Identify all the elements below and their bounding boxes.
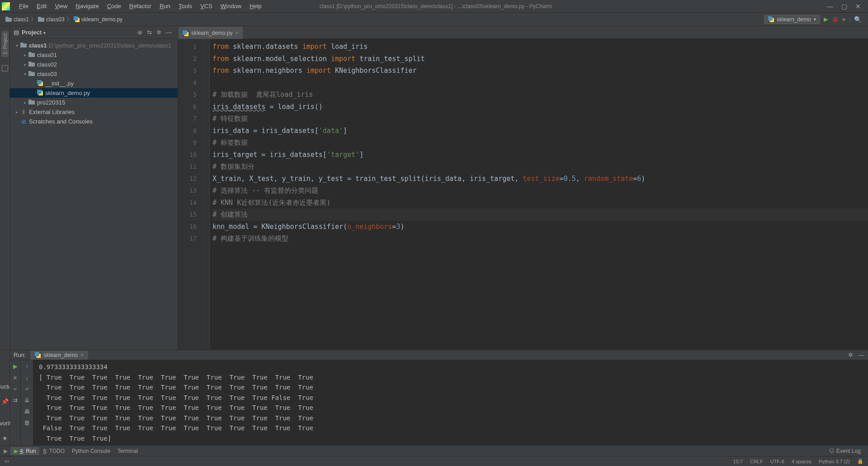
editor-tab[interactable]: sklearn_demo.py × — [178, 27, 243, 39]
code-line[interactable]: iris_target = iris_datasets['target'] — [212, 149, 868, 161]
project-tool-tab[interactable]: 1: Project — [1, 31, 9, 57]
tree-label: External Libraries — [29, 109, 75, 115]
menu-vcs[interactable]: VCS — [197, 1, 216, 11]
python-interpreter[interactable]: Python 3.7 (2) — [819, 459, 850, 464]
rerun-button[interactable]: ▶ — [13, 363, 18, 370]
code-line[interactable]: # 标签数据 — [212, 137, 868, 149]
tree-row[interactable]: ▸⫴External Libraries — [10, 107, 178, 117]
run-tab[interactable]: sklearn_demo × — [30, 351, 88, 360]
line-separator[interactable]: CRLF — [750, 459, 763, 464]
stop-button[interactable]: ■ — [842, 16, 845, 23]
menu-help[interactable]: Help — [246, 1, 265, 11]
code-line[interactable]: # 数据集划分 — [212, 161, 868, 173]
code-line[interactable]: # 特征数据 — [212, 113, 868, 125]
run-output[interactable]: 0.9733333333333334 [ True True True True… — [33, 360, 868, 445]
trash-icon[interactable]: 🗑 — [24, 419, 30, 426]
tree-row[interactable]: sklearn_demo.py — [10, 88, 178, 98]
tree-row[interactable]: ▸pro220315 — [10, 98, 178, 107]
close-tab-button[interactable]: × — [235, 30, 238, 36]
hide-run-panel-button[interactable]: — — [859, 352, 864, 358]
menu-navigate[interactable]: Navigate — [72, 1, 102, 11]
bottom-tool-terminal[interactable]: Terminal — [114, 447, 142, 455]
project-tree[interactable]: ▾class1D:\python_pro_omo220315\class_dem… — [10, 39, 178, 128]
expand-toggle[interactable]: ▾ — [22, 71, 28, 76]
tree-row[interactable]: ▸class02 — [10, 60, 178, 69]
code-line[interactable]: iris_datasets = load_iris() — [212, 101, 868, 113]
tree-label: __init__.py — [45, 80, 74, 87]
tree-row[interactable]: ▸class01 — [10, 50, 178, 60]
collapse-icon[interactable]: ⇆ — [145, 29, 154, 36]
minimize-button[interactable]: — — [827, 3, 833, 10]
menu-file[interactable]: File — [15, 1, 32, 11]
breadcrumb-item[interactable]: class03 — [36, 16, 66, 23]
menu-view[interactable]: View — [51, 1, 71, 11]
file-encoding[interactable]: UTF-8 — [770, 459, 784, 464]
tree-label: sklearn_demo.py — [45, 90, 90, 96]
locate-icon[interactable]: ⊕ — [135, 29, 145, 36]
code-line[interactable]: from sklearn.model_selection import trai… — [212, 53, 868, 65]
tree-row[interactable]: ⊘Scratches and Consoles — [10, 117, 178, 126]
filter-icon[interactable]: ⇉ — [13, 397, 18, 404]
code-line[interactable]: # 构建基于训练集的模型 — [212, 233, 868, 245]
layout-icon[interactable]: ⫟ — [12, 385, 18, 392]
settings-icon[interactable]: ✲ — [154, 29, 164, 36]
status-left[interactable]: ▭ — [5, 458, 9, 464]
hide-panel-button[interactable]: — — [164, 29, 174, 36]
menu-window[interactable]: Window — [217, 1, 245, 11]
tree-label: class1 — [29, 42, 47, 49]
stop-run-button[interactable]: ■ — [14, 374, 17, 381]
expand-toggle[interactable]: ▸ — [22, 62, 28, 67]
event-log-button[interactable]: 🗨 Event Log — [826, 447, 864, 455]
code-content[interactable]: from sklearn.datasets import load_irisfr… — [210, 39, 868, 350]
code-line[interactable]: # KNN K近邻算法(近朱者赤近墨者黑) — [212, 197, 868, 209]
expand-toggle[interactable]: ▸ — [22, 100, 28, 105]
menu-code[interactable]: Code — [104, 1, 125, 11]
code-editor[interactable]: 1234567891011121314151617 from sklearn.d… — [178, 39, 868, 350]
tree-row[interactable]: ▾class1D:\python_pro_omo220315\class_dem… — [10, 41, 178, 50]
print-icon[interactable]: 🖶 — [24, 408, 30, 415]
expand-toggle[interactable]: ▸ — [14, 109, 20, 114]
tree-row[interactable]: __init__.py — [10, 79, 178, 88]
code-line[interactable]: from sklearn.neighbors import KNeighbors… — [212, 65, 868, 77]
pin-icon[interactable]: 📌 — [1, 398, 9, 405]
menu-run[interactable]: Run — [156, 1, 174, 11]
bottom-tool-python-console[interactable]: Python Console — [68, 447, 114, 455]
readonly-lock-icon[interactable] — [857, 458, 863, 464]
code-line[interactable] — [212, 77, 868, 89]
bottom-tool-4-run[interactable]: ▶ 4: Run — [10, 447, 39, 455]
star-icon[interactable]: ★ — [2, 435, 8, 442]
run-settings-icon[interactable]: ✲ — [848, 352, 853, 358]
tool-icon[interactable] — [2, 65, 8, 71]
code-line[interactable]: X_train, X_test, y_train, y_test = train… — [212, 173, 868, 185]
code-line[interactable]: # 加载数据 鸢尾花load_iris — [212, 89, 868, 101]
scroll-icon[interactable]: ⇊ — [24, 397, 29, 404]
run-button[interactable]: ▶ — [824, 16, 828, 23]
project-panel-title[interactable]: Project ▾ — [22, 29, 135, 36]
menu-refactor[interactable]: Refactor — [126, 1, 155, 11]
expand-toggle[interactable]: ▾ — [14, 43, 20, 48]
search-everywhere-button[interactable]: 🔍 — [854, 16, 864, 23]
down-icon[interactable]: ↓ — [25, 374, 28, 381]
tree-row[interactable]: ▾class03 — [10, 69, 178, 79]
code-line[interactable]: from sklearn.datasets import load_iris — [212, 41, 868, 53]
menu-tools[interactable]: Tools — [175, 1, 196, 11]
bottom-tool-6-todo[interactable]: 6: TODO — [39, 447, 68, 455]
indent-settings[interactable]: 4 spaces — [792, 459, 811, 464]
close-run-tab-button[interactable]: × — [80, 352, 84, 358]
run-config-selector[interactable]: sklearn_demo ▾ — [764, 15, 820, 24]
up-icon[interactable]: ↑ — [25, 363, 28, 370]
code-line[interactable]: # 创建算法 — [212, 209, 868, 221]
code-line[interactable]: # 选择算法 -- 有监督的分类问题 — [212, 185, 868, 197]
breadcrumb-item[interactable]: sklearn_demo.py — [72, 16, 124, 23]
breadcrumb-item[interactable]: class1 — [4, 16, 31, 23]
code-line[interactable]: iris_data = iris_datasets['data'] — [212, 125, 868, 137]
menu-edit[interactable]: Edit — [33, 1, 50, 11]
expand-toggle[interactable]: ▸ — [22, 52, 28, 57]
code-line[interactable]: knn_model = KNeighborsClassifier(n_neigh… — [212, 221, 868, 233]
debug-button[interactable]: 🐞 — [832, 16, 839, 23]
close-button[interactable]: ✕ — [855, 3, 861, 10]
maximize-button[interactable]: ▢ — [841, 3, 847, 10]
tool-play-icon[interactable]: ▶ — [4, 448, 10, 454]
wrap-icon[interactable]: ⤶ — [24, 385, 29, 392]
cursor-position[interactable]: 15:7 — [733, 459, 743, 464]
